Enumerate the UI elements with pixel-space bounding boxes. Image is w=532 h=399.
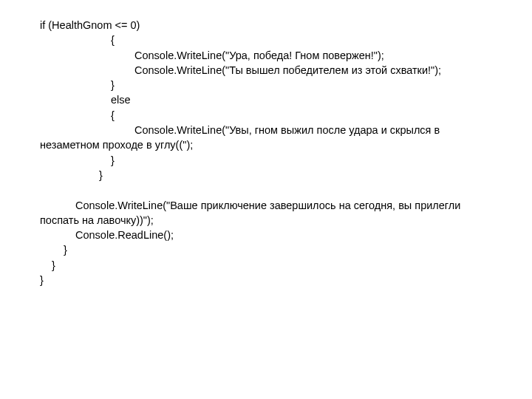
code-line: Console.ReadLine(); bbox=[40, 228, 492, 242]
code-line: } bbox=[40, 168, 492, 183]
code-line: Console.WriteLine("Ура, победа! Гном пов… bbox=[40, 48, 492, 63]
code-line: else bbox=[40, 92, 492, 107]
code-line: { bbox=[40, 33, 492, 47]
code-document: if (HealthGnom <= 0) { Console.WriteLine… bbox=[0, 0, 532, 287]
code-line: } bbox=[40, 78, 492, 92]
code-line: Console.WriteLine("Ваше приключение заве… bbox=[40, 200, 463, 226]
code-line: Console.WriteLine("Увы, гном выжил после… bbox=[40, 124, 443, 151]
code-line: { bbox=[40, 108, 492, 123]
code-line: } bbox=[40, 258, 492, 273]
blank-line bbox=[40, 183, 492, 197]
code-line: } bbox=[40, 153, 492, 168]
code-line: } bbox=[40, 273, 492, 287]
code-line: Console.WriteLine("Ты вышел победителем … bbox=[40, 63, 492, 78]
code-line: } bbox=[40, 242, 492, 257]
code-line: if (HealthGnom <= 0) bbox=[40, 18, 492, 33]
